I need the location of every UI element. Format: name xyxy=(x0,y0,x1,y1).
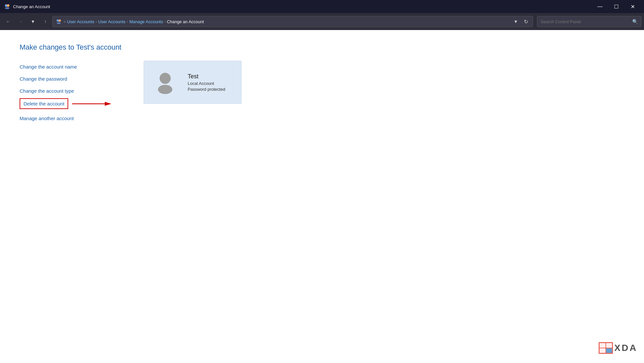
delete-row: Delete the account xyxy=(20,97,118,110)
svg-point-2 xyxy=(5,7,9,9)
breadcrumb: « User Accounts › User Accounts › Manage… xyxy=(64,19,510,24)
back-button[interactable]: ← xyxy=(3,16,14,27)
address-dropdown-button[interactable]: ▼ xyxy=(512,19,519,24)
watermark-icon xyxy=(599,342,613,354)
breadcrumb-sep-3: › xyxy=(164,20,165,24)
change-name-link[interactable]: Change the account name xyxy=(20,61,118,73)
main-layout: Change the account name Change the passw… xyxy=(20,61,624,124)
svg-point-1 xyxy=(7,4,9,7)
close-button[interactable]: ✕ xyxy=(625,0,640,13)
refresh-button[interactable]: ↻ xyxy=(523,19,529,25)
search-icon: 🔍 xyxy=(632,19,638,24)
svg-rect-13 xyxy=(600,348,605,353)
breadcrumb-sep-2: › xyxy=(127,20,128,24)
change-password-link[interactable]: Change the password xyxy=(20,73,118,85)
breadcrumb-sep-1: › xyxy=(96,20,97,24)
arrow-indicator xyxy=(72,100,111,108)
avatar-image xyxy=(152,69,178,95)
watermark: XDA xyxy=(599,342,637,356)
watermark-box: XDA xyxy=(599,342,637,354)
svg-rect-11 xyxy=(600,343,605,348)
title-bar: Change an Account — ☐ ✕ xyxy=(0,0,644,13)
maximize-button[interactable]: ☐ xyxy=(609,0,624,13)
svg-point-5 xyxy=(57,23,61,24)
dropdown-button[interactable]: ▼ xyxy=(27,16,39,27)
watermark-text: XDA xyxy=(614,343,637,353)
svg-rect-14 xyxy=(606,348,612,353)
svg-marker-7 xyxy=(105,102,111,106)
main-content: Make changes to Test's account Change th… xyxy=(0,30,644,363)
delete-account-link[interactable]: Delete the account xyxy=(20,98,68,109)
account-name: Test xyxy=(188,73,225,80)
breadcrumb-current: Change an Account xyxy=(167,19,204,24)
minimize-button[interactable]: — xyxy=(592,0,607,13)
svg-point-9 xyxy=(158,85,172,94)
svg-point-4 xyxy=(59,20,61,22)
actions-panel: Change the account name Change the passw… xyxy=(20,61,118,124)
nav-bar: ← → ▼ ↑ « User Accounts › User Accounts … xyxy=(0,13,644,30)
address-bar: « User Accounts › User Accounts › Manage… xyxy=(52,16,533,27)
breadcrumb-manage-accounts[interactable]: Manage Accounts xyxy=(129,19,163,24)
change-type-link[interactable]: Change the account type xyxy=(20,85,118,97)
window-title: Change an Account xyxy=(13,4,50,9)
svg-point-3 xyxy=(57,20,59,22)
search-input[interactable] xyxy=(541,19,632,24)
svg-rect-12 xyxy=(606,343,612,348)
address-bar-icon xyxy=(56,19,62,24)
forward-button[interactable]: → xyxy=(15,16,26,27)
account-info: Test Local Account Password protected xyxy=(188,73,225,92)
account-card: Test Local Account Password protected xyxy=(144,61,242,104)
page-title: Make changes to Test's account xyxy=(20,43,624,52)
search-bar: 🔍 xyxy=(537,16,641,27)
breadcrumb-sep-0: « xyxy=(64,20,66,24)
svg-point-8 xyxy=(160,73,171,84)
title-bar-left: Change an Account xyxy=(4,3,50,10)
up-button[interactable]: ↑ xyxy=(40,16,51,27)
arrow-svg xyxy=(72,100,111,108)
app-icon xyxy=(4,3,10,10)
breadcrumb-user-accounts-2[interactable]: User Accounts xyxy=(98,19,126,24)
account-type: Local Account xyxy=(188,81,225,86)
title-bar-controls: — ☐ ✕ xyxy=(592,0,640,13)
account-status: Password protected xyxy=(188,87,225,92)
manage-another-link[interactable]: Manage another account xyxy=(20,112,118,124)
breadcrumb-user-accounts-1[interactable]: User Accounts xyxy=(67,19,94,24)
account-avatar xyxy=(150,68,180,97)
